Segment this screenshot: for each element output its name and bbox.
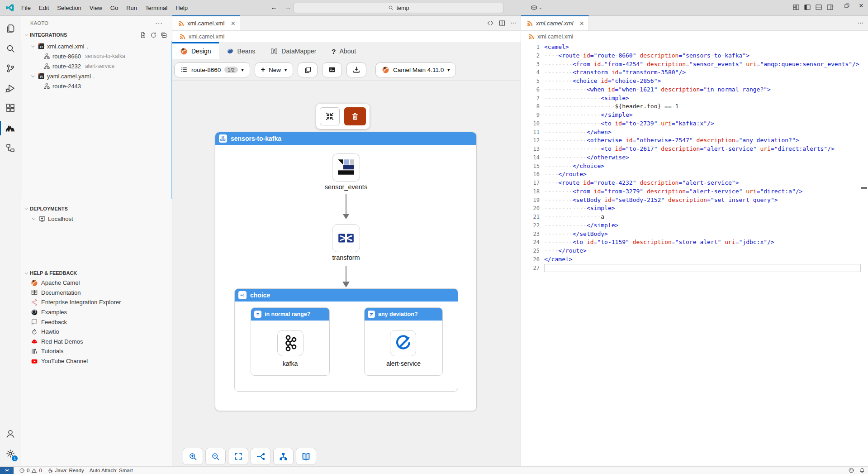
deployment-item-localhost[interactable]: Localhost xyxy=(21,214,172,224)
code-line-12[interactable]: 12············<otherwise id="otherwise-7… xyxy=(521,136,868,145)
feedback-icon[interactable] xyxy=(848,467,854,474)
help-section-header[interactable]: HELP & FEEDBACK xyxy=(21,268,172,278)
help-link-apache-camel[interactable]: Apache Camel xyxy=(21,278,172,288)
activity-run-debug[interactable] xyxy=(0,78,21,98)
kaoto-tab-beans[interactable]: Beans xyxy=(219,42,263,59)
activity-connections[interactable] xyxy=(0,138,21,158)
new-route-button[interactable]: + New ▾ xyxy=(255,62,293,77)
copilot-menu[interactable]: ⌄ xyxy=(530,4,542,11)
node-transform[interactable] xyxy=(332,224,360,252)
code-line-3[interactable]: 3········<from id="from-4254" descriptio… xyxy=(521,60,868,69)
integrations-section-header[interactable]: INTEGRATIONS xyxy=(21,30,172,40)
code-line-5[interactable]: 5········<choice id="choice-2856"> xyxy=(521,77,868,86)
tree-item-route-4232[interactable]: route-4232alert-service xyxy=(22,61,171,71)
tree-item-route-2443[interactable]: route-2443 xyxy=(22,81,171,91)
activity-accounts[interactable] xyxy=(0,424,21,444)
branch-otherwise[interactable]: ≠any deviation?alert-service xyxy=(364,307,443,376)
tree-item-xml.camel.xml[interactable]: Rxml.camel.xml . xyxy=(22,41,171,51)
editor-more-actions[interactable]: ⋯ xyxy=(510,19,516,27)
auto-attach-status[interactable]: Auto Attach: Smart xyxy=(90,468,133,473)
close-window-button[interactable]: ✕ xyxy=(857,2,865,9)
code-line-22[interactable]: 22············</simple> xyxy=(521,221,868,230)
minimize-button[interactable]: – xyxy=(828,2,836,9)
editor-more-actions[interactable]: ⋯ xyxy=(858,19,863,26)
customize-layout-button[interactable] xyxy=(792,4,800,11)
code-line-16[interactable]: 16····</route> xyxy=(521,170,868,179)
branch-when[interactable]: =in normal range?kafka xyxy=(251,307,330,376)
kaoto-tab-about[interactable]: ?About xyxy=(324,42,364,59)
restore-button[interactable] xyxy=(843,3,851,9)
layout-horizontal-button[interactable] xyxy=(251,448,271,465)
help-link-tutorials[interactable]: Tutorials xyxy=(21,346,172,356)
notifications-bell-icon[interactable] xyxy=(859,467,865,474)
code-line-26[interactable]: 26</camel> xyxy=(521,255,868,264)
menu-edit[interactable]: Edit xyxy=(35,3,53,13)
activity-source-control[interactable] xyxy=(0,58,21,78)
node-sensor-events[interactable] xyxy=(332,153,360,182)
branch-header[interactable]: =in normal range? xyxy=(251,308,329,321)
activity-explorer[interactable] xyxy=(0,19,21,38)
collapse-node-button[interactable] xyxy=(320,107,340,125)
xml-source-editor[interactable]: 1<camel>2····<route id="route-8660" desc… xyxy=(521,42,868,466)
tab-xml-camel-xml-source[interactable]: xml.camel.xml ✕ xyxy=(521,15,589,30)
menu-file[interactable]: File xyxy=(17,3,35,13)
code-line-2[interactable]: 2····<route id="route-8660" description=… xyxy=(521,52,868,60)
open-source-icon[interactable] xyxy=(487,19,494,27)
activity-extensions[interactable] xyxy=(0,98,21,118)
code-line-6[interactable]: 6············<when id="when-1621" descri… xyxy=(521,86,868,94)
menu-terminal[interactable]: Terminal xyxy=(141,3,171,13)
code-line-4[interactable]: 4········<transform id="transform-3580"/… xyxy=(521,68,868,77)
menu-go[interactable]: Go xyxy=(106,3,122,13)
node-kafka[interactable] xyxy=(277,330,304,356)
code-line-17[interactable]: 17····<route id="route-4232" description… xyxy=(521,179,868,187)
activity-search[interactable] xyxy=(0,38,21,58)
refresh-button[interactable] xyxy=(150,32,157,38)
runtime-selector-button[interactable]: Camel Main 4.11.0 ▾ xyxy=(375,62,456,77)
code-line-14[interactable]: 14············</otherwise> xyxy=(521,153,868,162)
code-line-27[interactable]: 27 xyxy=(521,264,868,273)
nav-back-button[interactable]: ← xyxy=(270,3,277,11)
deployments-section-header[interactable]: DEPLOYMENTS xyxy=(21,204,172,214)
code-line-23[interactable]: 23········</setBody> xyxy=(521,230,868,239)
code-line-25[interactable]: 25····</route> xyxy=(521,247,868,255)
menu-selection[interactable]: Selection xyxy=(53,3,85,13)
new-integration-button[interactable] xyxy=(140,32,147,38)
zoom-out-button[interactable] xyxy=(205,448,226,465)
route-container-header[interactable]: sensors-to-kafka xyxy=(215,132,476,145)
help-link-feedback[interactable]: Feedback xyxy=(21,317,172,327)
choice-container[interactable]: choice =in normal range?kafka≠any deviat… xyxy=(234,288,458,392)
close-tab-button[interactable]: ✕ xyxy=(231,20,235,27)
code-line-10[interactable]: 10················<to id="to-2739" uri="… xyxy=(521,120,868,128)
help-link-youtube-channel[interactable]: YouTube Channel xyxy=(21,356,172,366)
code-line-11[interactable]: 11············</when> xyxy=(521,128,868,137)
export-image-button[interactable] xyxy=(322,62,342,77)
breadcrumb[interactable]: xml.camel.xml xyxy=(521,31,868,42)
code-line-1[interactable]: 1<camel> xyxy=(521,43,868,52)
kaoto-canvas[interactable]: sensors-to-kafka sensor_events transform xyxy=(172,81,521,466)
copy-source-button[interactable] xyxy=(298,62,318,77)
tree-item-yaml.camel.yaml[interactable]: Ryaml.camel.yaml . xyxy=(22,71,171,81)
code-line-15[interactable]: 15········</choice> xyxy=(521,162,868,171)
node-alert-service[interactable] xyxy=(390,330,416,356)
code-line-21[interactable]: 21················a xyxy=(521,213,868,221)
sidebar-more-actions[interactable]: ··· xyxy=(155,19,163,27)
java-status[interactable]: Java: Ready xyxy=(47,468,84,474)
layout-vertical-button[interactable] xyxy=(273,448,294,465)
route-container[interactable]: sensors-to-kafka sensor_events transform xyxy=(215,132,477,411)
collapse-all-button[interactable] xyxy=(161,32,167,38)
fit-to-screen-button[interactable] xyxy=(228,448,248,465)
problems-status[interactable]: 0 0 xyxy=(19,468,42,474)
kaoto-tab-datamapper[interactable]: DataMapper xyxy=(263,42,324,59)
split-editor-icon[interactable] xyxy=(498,19,506,27)
code-line-9[interactable]: 9················</simple> xyxy=(521,111,868,120)
nav-forward-button[interactable]: → xyxy=(285,3,291,11)
download-button[interactable] xyxy=(346,62,366,77)
help-link-examples[interactable]: Examples xyxy=(21,307,172,317)
code-line-20[interactable]: 20············<simple> xyxy=(521,204,868,213)
tree-item-route-8660[interactable]: route-8660sensors-to-kafka xyxy=(22,51,171,61)
code-line-18[interactable]: 18········<from id="from-3279" descripti… xyxy=(521,187,868,196)
route-selector-button[interactable]: route-8660 1/2 ▾ xyxy=(174,62,250,77)
zoom-in-button[interactable] xyxy=(183,448,203,465)
close-tab-button[interactable]: ✕ xyxy=(579,20,584,27)
menu-view[interactable]: View xyxy=(85,3,106,13)
